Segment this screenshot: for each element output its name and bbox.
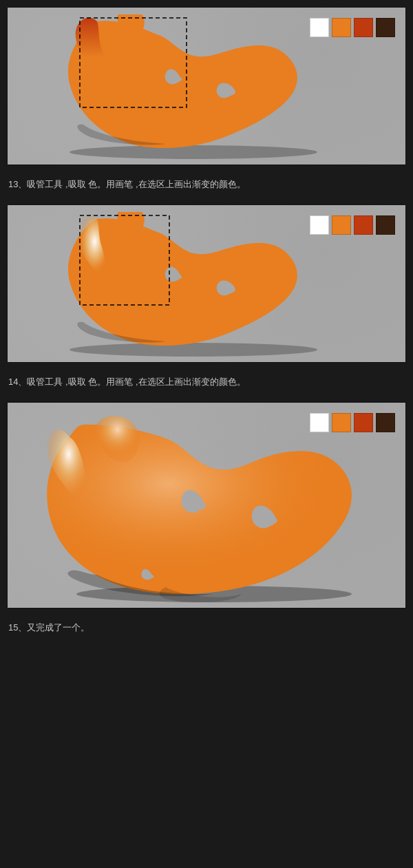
section-3: 15、又完成了一个。 <box>0 402 413 641</box>
swatch-darkorange-2 <box>354 215 373 235</box>
caption-1: 13、吸管工具 ,吸取 色。用画笔 ,在选区上画出渐变的颜色。 <box>0 172 413 198</box>
caption-2: 14、吸管工具 ,吸取 色。用画笔 ,在选区上画出渐变的颜色。 <box>0 370 413 395</box>
image-panel-1 <box>7 7 406 165</box>
step-14-text: 14、吸管工具 ,吸取 色。用画笔 ,在选区上画出渐变的颜色。 <box>8 377 246 387</box>
step-15-text: 15、又完成了一个。 <box>8 622 89 633</box>
fox-shape-svg-3 <box>28 416 372 602</box>
swatch-orange-1 <box>332 18 351 37</box>
step-13-text: 13、吸管工具 ,吸取 色。用画笔 ,在选区上画出渐变的颜色。 <box>8 179 246 189</box>
image-panel-3 <box>7 402 406 608</box>
swatch-brown-2 <box>376 215 395 235</box>
section-2: 14、吸管工具 ,吸取 色。用画笔 ,在选区上画出渐变的颜色。 <box>0 204 413 395</box>
image-panel-2 <box>7 204 406 363</box>
swatch-darkorange-1 <box>354 18 373 37</box>
section-1: 13、吸管工具 ,吸取 色。用画笔 ,在选区上画出渐变的颜色。 <box>0 7 413 198</box>
canvas-1 <box>8 8 405 165</box>
canvas-3 <box>8 403 405 608</box>
canvas-2 <box>8 205 405 362</box>
svg-point-0 <box>70 145 317 159</box>
fox-shape-svg-1 <box>42 14 331 159</box>
svg-point-2 <box>70 343 317 357</box>
page-container: 13、吸管工具 ,吸取 色。用画笔 ,在选区上画出渐变的颜色。 <box>0 7 413 640</box>
fox-shape-svg-2 <box>42 212 331 357</box>
swatch-orange-2 <box>332 215 351 235</box>
swatch-brown-1 <box>376 18 395 37</box>
caption-3: 15、又完成了一个。 <box>0 615 413 641</box>
swatch-brown-3 <box>376 413 395 432</box>
